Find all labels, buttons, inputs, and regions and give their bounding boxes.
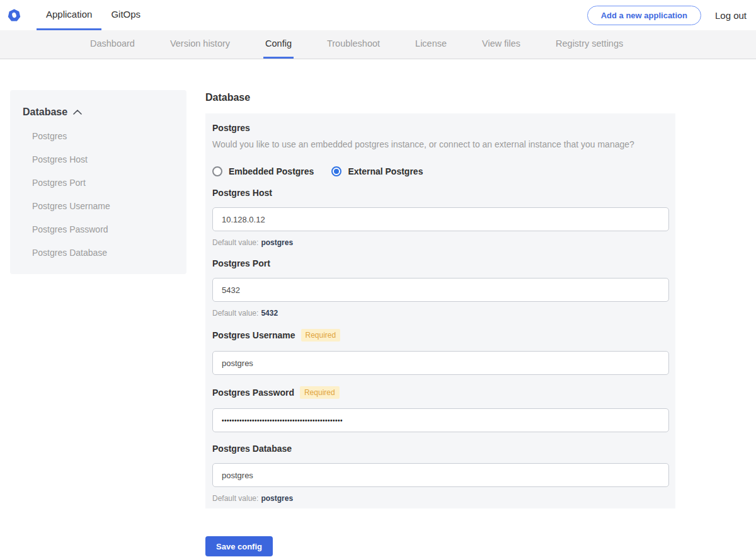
field-postgres-port: Postgres Port Default value:5432 <box>212 258 669 318</box>
postgres-port-input[interactable] <box>212 278 669 302</box>
field-postgres-username: Postgres Username Required <box>212 329 669 375</box>
subnav-item-dashboard[interactable]: Dashboard <box>88 30 137 59</box>
radio-checked-icon <box>331 166 341 176</box>
subnav-dashboard-label: Dashboard <box>90 38 135 49</box>
default-prefix: Default value: <box>212 238 258 247</box>
sidebar-item-postgres-username[interactable]: Postgres Username <box>16 201 180 211</box>
default-value: postgres <box>261 494 293 503</box>
subnav-item-config[interactable]: Config <box>263 30 294 59</box>
top-nav-right: Add a new application Log out <box>587 0 747 30</box>
field-postgres-database: Postgres Database Default value:postgres <box>212 444 669 503</box>
config-sidebar: Database Postgres Postgres Host Postgres… <box>10 90 186 274</box>
sidebar-item-postgres-password[interactable]: Postgres Password <box>16 224 180 234</box>
sidebar-item-postgres-port[interactable]: Postgres Port <box>16 178 180 188</box>
tab-gitops-label: GitOps <box>111 9 140 20</box>
required-badge: Required <box>300 386 340 399</box>
postgres-port-default: Default value:5432 <box>212 309 669 318</box>
postgres-mode-radio-group: Embedded Postgres External Postgres <box>212 166 669 176</box>
sidebar-group-database-label: Database <box>23 106 67 118</box>
postgres-username-label: Postgres Username <box>212 330 295 340</box>
postgres-host-default: Default value:postgres <box>212 238 669 247</box>
subnav-item-version-history[interactable]: Version history <box>168 30 232 59</box>
top-tabs: Application GitOps <box>37 0 150 30</box>
default-prefix: Default value: <box>212 309 258 318</box>
subnav-registry-settings-label: Registry settings <box>556 38 623 49</box>
default-value: postgres <box>261 238 293 247</box>
app-logo-heptagon-icon <box>8 9 21 22</box>
page-title: Database <box>205 92 675 103</box>
sidebar-group-database-toggle[interactable]: Database <box>16 106 180 118</box>
sidebar-item-postgres[interactable]: Postgres <box>16 131 180 141</box>
subnav-license-label: License <box>415 38 447 49</box>
postgres-database-label: Postgres Database <box>212 444 292 454</box>
chevron-up-icon <box>73 110 82 115</box>
tab-application[interactable]: Application <box>37 0 101 30</box>
postgres-password-input[interactable] <box>212 408 669 432</box>
postgres-username-input[interactable] <box>212 351 669 375</box>
radio-embedded-postgres[interactable]: Embedded Postgres <box>212 166 314 176</box>
subnav-troubleshoot-label: Troubleshoot <box>327 38 380 49</box>
postgres-password-label: Postgres Password <box>212 388 294 398</box>
radio-external-postgres-label: External Postgres <box>348 166 423 176</box>
subnav-item-view-files[interactable]: View files <box>480 30 522 59</box>
subnav-view-files-label: View files <box>482 38 520 49</box>
radio-external-postgres[interactable]: External Postgres <box>331 166 423 176</box>
sidebar-item-postgres-host[interactable]: Postgres Host <box>16 154 180 164</box>
postgres-help-text: Would you like to use an embedded postgr… <box>212 139 669 149</box>
top-nav: Application GitOps Add a new application… <box>0 0 756 30</box>
postgres-database-input[interactable] <box>212 463 669 487</box>
radio-unchecked-icon <box>212 166 222 176</box>
subnav-item-license[interactable]: License <box>413 30 449 59</box>
config-content: Database Postgres Postgres Host Postgres… <box>0 59 756 556</box>
save-config-button[interactable]: Save config <box>205 536 273 556</box>
radio-embedded-postgres-label: Embedded Postgres <box>229 166 314 176</box>
subnav-item-registry-settings[interactable]: Registry settings <box>554 30 625 59</box>
app-logo <box>8 0 21 30</box>
postgres-host-input[interactable] <box>212 207 669 231</box>
postgres-host-label: Postgres Host <box>212 188 272 198</box>
field-postgres-password: Postgres Password Required <box>212 386 669 432</box>
add-application-button[interactable]: Add a new application <box>587 6 701 25</box>
subnav-version-history-label: Version history <box>170 38 230 49</box>
tab-application-label: Application <box>46 9 92 20</box>
app-subnav: Dashboard Version history Config Trouble… <box>0 30 756 59</box>
config-main: Database Postgres Would you like to use … <box>205 90 675 556</box>
sidebar-item-postgres-database[interactable]: Postgres Database <box>16 248 180 258</box>
group-label-postgres: Postgres <box>212 123 669 133</box>
postgres-port-label: Postgres Port <box>212 258 270 268</box>
default-prefix: Default value: <box>212 494 258 503</box>
subnav-config-label: Config <box>265 38 292 49</box>
tab-gitops[interactable]: GitOps <box>101 0 150 30</box>
database-config-panel: Postgres Would you like to use an embedd… <box>205 113 675 508</box>
subnav-item-troubleshoot[interactable]: Troubleshoot <box>325 30 382 59</box>
logout-button[interactable]: Log out <box>715 10 747 21</box>
required-badge: Required <box>301 329 341 342</box>
field-postgres-host: Postgres Host Default value:postgres <box>212 188 669 247</box>
default-value: 5432 <box>261 309 278 318</box>
postgres-database-default: Default value:postgres <box>212 494 669 503</box>
